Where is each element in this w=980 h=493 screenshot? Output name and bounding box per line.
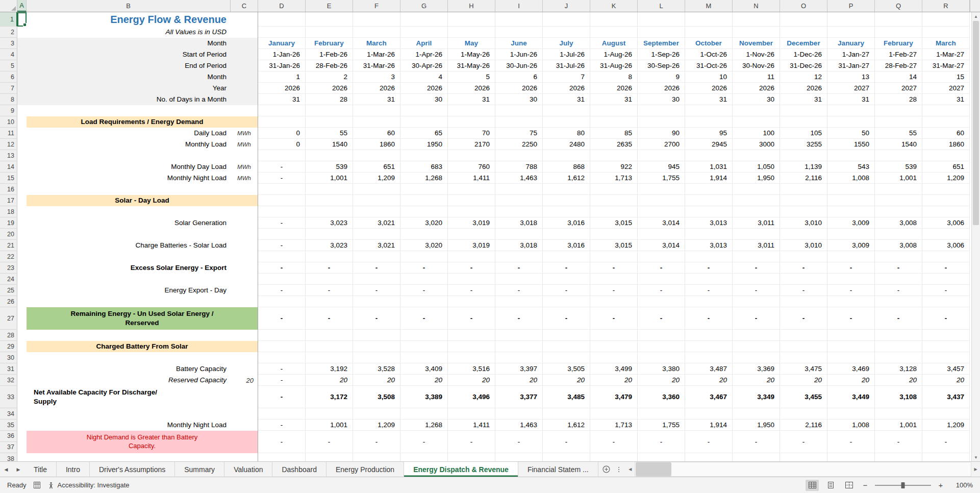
cell[interactable]: 30-Jun-26 xyxy=(495,60,543,71)
unit-cell[interactable]: MWh xyxy=(231,128,258,139)
cell[interactable] xyxy=(543,116,590,128)
cell[interactable] xyxy=(448,453,495,461)
cell[interactable] xyxy=(875,453,922,461)
cell[interactable] xyxy=(495,116,543,128)
cell[interactable] xyxy=(306,12,353,27)
unit-cell[interactable] xyxy=(231,453,258,461)
cell[interactable] xyxy=(495,206,543,217)
cell[interactable] xyxy=(495,184,543,195)
cell[interactable] xyxy=(17,71,27,83)
cell[interactable] xyxy=(827,330,875,341)
cell[interactable] xyxy=(258,251,306,262)
cell[interactable]: - xyxy=(306,431,353,453)
cell[interactable] xyxy=(922,341,970,352)
cell[interactable] xyxy=(827,274,875,285)
cell[interactable] xyxy=(400,341,448,352)
cell[interactable]: 2027 xyxy=(922,83,970,94)
cell[interactable] xyxy=(258,408,306,420)
cell[interactable] xyxy=(17,49,27,60)
cell[interactable] xyxy=(590,453,638,461)
cell[interactable]: 20 xyxy=(827,375,875,386)
cell[interactable]: - xyxy=(543,307,590,330)
cell[interactable]: 15 xyxy=(922,71,970,83)
cell[interactable]: 30 xyxy=(733,94,780,105)
cell[interactable]: 2480 xyxy=(543,139,590,150)
accessibility-check-button[interactable]: Accessibility: Investigate xyxy=(47,481,130,489)
row-label-cell[interactable]: Excess Solar Energy - Export xyxy=(27,262,231,274)
cell[interactable] xyxy=(780,296,827,307)
cell[interactable] xyxy=(685,12,733,27)
cell[interactable]: - xyxy=(780,307,827,330)
cell[interactable] xyxy=(353,116,400,128)
cell[interactable] xyxy=(875,408,922,420)
normal-view-button[interactable] xyxy=(806,480,819,491)
cell[interactable] xyxy=(685,274,733,285)
cell[interactable]: 922 xyxy=(590,161,638,172)
cell[interactable] xyxy=(733,229,780,240)
cell[interactable] xyxy=(922,274,970,285)
cell[interactable]: 1,268 xyxy=(400,420,448,431)
cell[interactable] xyxy=(17,251,27,262)
cell[interactable]: 2700 xyxy=(638,139,685,150)
cell[interactable]: - xyxy=(258,386,306,408)
cell[interactable]: 31-Mar-27 xyxy=(922,60,970,71)
row-header[interactable]: 19 xyxy=(0,217,17,229)
cell[interactable]: 3,369 xyxy=(733,363,780,375)
cell[interactable] xyxy=(543,341,590,352)
cell[interactable]: - xyxy=(733,262,780,274)
row-header[interactable]: 22 xyxy=(0,251,17,262)
cell[interactable]: 1,713 xyxy=(590,172,638,184)
cell[interactable] xyxy=(638,453,685,461)
cell[interactable]: 3,455 xyxy=(780,386,827,408)
cell[interactable]: - xyxy=(922,307,970,330)
cell[interactable] xyxy=(780,27,827,38)
cell[interactable] xyxy=(17,307,27,330)
cell[interactable]: 1-Aug-26 xyxy=(590,49,638,60)
cell[interactable]: 31 xyxy=(448,94,495,105)
cell[interactable] xyxy=(875,12,922,27)
cell[interactable]: 539 xyxy=(875,161,922,172)
cell[interactable]: 2945 xyxy=(685,139,733,150)
cell[interactable] xyxy=(590,296,638,307)
cell[interactable] xyxy=(685,116,733,128)
cell[interactable] xyxy=(353,105,400,116)
cell[interactable] xyxy=(827,352,875,363)
cell[interactable] xyxy=(448,341,495,352)
cell[interactable] xyxy=(400,116,448,128)
cell[interactable]: - xyxy=(827,285,875,296)
cell[interactable] xyxy=(306,330,353,341)
cell[interactable]: 3,449 xyxy=(827,386,875,408)
cell[interactable] xyxy=(875,105,922,116)
cell[interactable]: 3,108 xyxy=(875,386,922,408)
zoom-out-button[interactable]: − xyxy=(861,481,870,489)
cell[interactable] xyxy=(306,184,353,195)
cell[interactable]: 3,485 xyxy=(543,386,590,408)
cell[interactable]: 3,018 xyxy=(495,240,543,251)
cell[interactable] xyxy=(17,386,27,408)
page-layout-view-button[interactable] xyxy=(824,480,837,491)
section-header-cell[interactable]: Charged Battery From Solar xyxy=(27,341,258,352)
cell[interactable] xyxy=(685,195,733,206)
cell[interactable] xyxy=(17,128,27,139)
row-label-cell[interactable] xyxy=(27,184,231,195)
cell[interactable]: - xyxy=(258,262,306,274)
cell[interactable]: 30-Apr-26 xyxy=(400,60,448,71)
row-header[interactable]: 15 xyxy=(0,172,17,184)
cell[interactable] xyxy=(922,296,970,307)
cell[interactable]: 31-Jan-26 xyxy=(258,60,306,71)
cell[interactable]: 3,021 xyxy=(353,217,400,229)
cell[interactable]: 20 xyxy=(733,375,780,386)
cell[interactable]: 3,009 xyxy=(827,217,875,229)
column-header-N[interactable]: N xyxy=(733,0,780,12)
cell[interactable] xyxy=(353,352,400,363)
cell[interactable] xyxy=(590,206,638,217)
unit-cell[interactable] xyxy=(231,330,258,341)
cell[interactable]: 543 xyxy=(827,161,875,172)
row-label-cell[interactable]: Energy Export - Day xyxy=(27,285,231,296)
cell[interactable]: 1-May-26 xyxy=(448,49,495,60)
cell[interactable]: 1-Jun-26 xyxy=(495,49,543,60)
row-label-cell[interactable] xyxy=(27,229,231,240)
row-label-cell[interactable]: Month xyxy=(27,38,231,49)
unit-cell[interactable] xyxy=(231,27,258,38)
cell[interactable]: 3,505 xyxy=(543,363,590,375)
